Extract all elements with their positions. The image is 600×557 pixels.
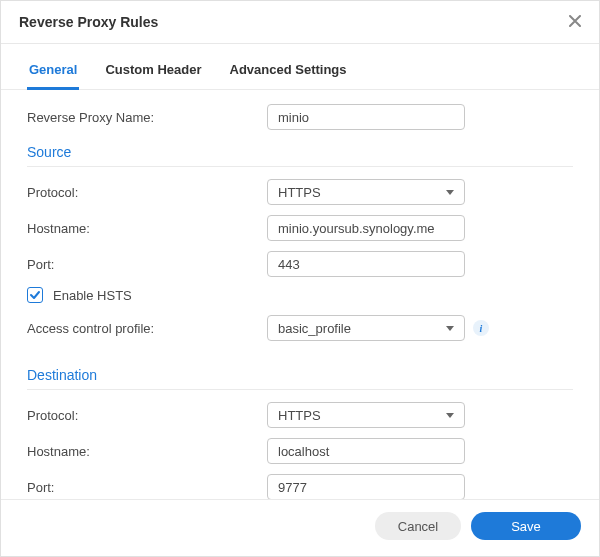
source-section-title: Source [27,144,573,160]
source-port-label: Port: [27,257,267,272]
row-name: Reverse Proxy Name: [27,104,573,130]
source-divider [27,166,573,167]
dest-hostname-label: Hostname: [27,444,267,459]
source-hostname-label: Hostname: [27,221,267,236]
row-source-port: Port: [27,251,573,277]
save-button[interactable]: Save [471,512,581,540]
row-source-protocol: Protocol: HTTPS [27,179,573,205]
source-protocol-select[interactable]: HTTPS [267,179,465,205]
source-port-input[interactable] [267,251,465,277]
dest-protocol-select[interactable]: HTTPS [267,402,465,428]
reverse-proxy-dialog: Reverse Proxy Rules General Custom Heade… [0,0,600,557]
destination-divider [27,389,573,390]
source-protocol-label: Protocol: [27,185,267,200]
destination-section-title: Destination [27,367,573,383]
dest-hostname-input[interactable] [267,438,465,464]
dest-port-label: Port: [27,480,267,495]
tab-advanced-settings[interactable]: Advanced Settings [228,50,349,89]
caret-down-icon [446,190,454,195]
tab-custom-header[interactable]: Custom Header [103,50,203,89]
dialog-title: Reverse Proxy Rules [19,14,158,30]
name-input[interactable] [267,104,465,130]
tabs: General Custom Header Advanced Settings [1,50,599,90]
dialog-header: Reverse Proxy Rules [1,1,599,44]
dialog-footer: Cancel Save [1,499,599,556]
hsts-label: Enable HSTS [53,288,132,303]
name-label: Reverse Proxy Name: [27,110,267,125]
row-dest-port: Port: [27,474,573,499]
source-hostname-input[interactable] [267,215,465,241]
row-access-control-profile: Access control profile: basic_profile i [27,315,573,341]
cancel-button[interactable]: Cancel [375,512,461,540]
row-dest-hostname: Hostname: [27,438,573,464]
dest-protocol-label: Protocol: [27,408,267,423]
info-icon[interactable]: i [473,320,489,336]
acp-label: Access control profile: [27,321,267,336]
dialog-content: Reverse Proxy Name: Source Protocol: HTT… [1,90,599,499]
dest-port-input[interactable] [267,474,465,499]
caret-down-icon [446,326,454,331]
caret-down-icon [446,413,454,418]
close-icon[interactable] [565,11,585,33]
acp-value: basic_profile [278,321,351,336]
row-source-hostname: Hostname: [27,215,573,241]
acp-select[interactable]: basic_profile [267,315,465,341]
row-enable-hsts: Enable HSTS [27,287,573,303]
tab-general[interactable]: General [27,50,79,90]
hsts-checkbox[interactable] [27,287,43,303]
source-protocol-value: HTTPS [278,185,321,200]
dest-protocol-value: HTTPS [278,408,321,423]
row-dest-protocol: Protocol: HTTPS [27,402,573,428]
